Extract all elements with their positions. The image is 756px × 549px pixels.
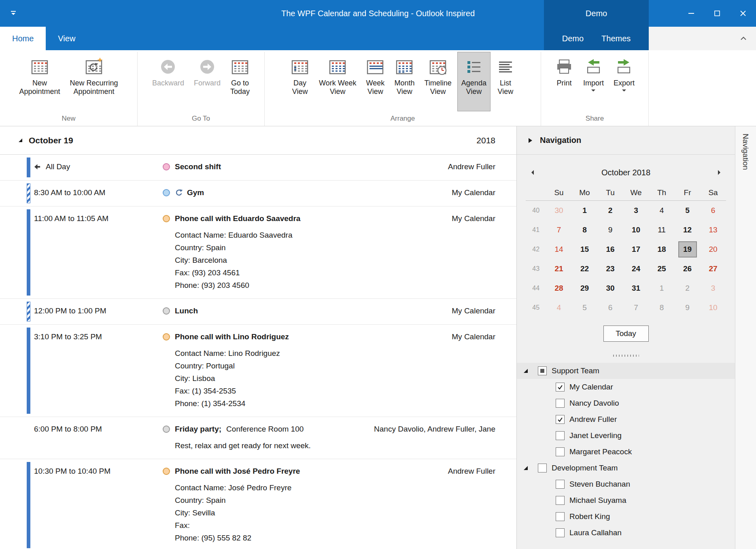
calendar-day[interactable]: 9: [597, 220, 623, 240]
calendar-day[interactable]: 7: [623, 298, 649, 317]
new-recurring-appointment-button[interactable]: New Recurring Appointment: [66, 52, 122, 111]
collapse-ribbon-icon[interactable]: [740, 36, 747, 41]
calendar-day[interactable]: 28: [546, 279, 572, 298]
work-week-view-button[interactable]: Work Week View: [315, 52, 360, 111]
checkbox-unchecked[interactable]: [556, 512, 565, 521]
calendar-day[interactable]: 29: [572, 279, 598, 298]
backward-button[interactable]: Backward: [148, 52, 188, 111]
tree-item[interactable]: Development Team: [517, 460, 735, 476]
agenda-row[interactable]: All Day Second shift Andrew Fuller: [0, 155, 516, 181]
calendar-day[interactable]: 22: [572, 259, 598, 279]
calendar-day[interactable]: 23: [597, 259, 623, 279]
agenda-row[interactable]: 8:30 AM to 10:00 AM Gym My Calendar: [0, 181, 516, 206]
calendar-day[interactable]: 6: [700, 201, 726, 220]
checkbox-checked[interactable]: [556, 383, 565, 392]
calendar-day[interactable]: 11: [649, 220, 675, 240]
week-view-button[interactable]: Week View: [362, 52, 389, 111]
print-button[interactable]: Print: [551, 52, 578, 111]
tree-item[interactable]: Margaret Peacock: [517, 444, 735, 460]
calendar-day[interactable]: 30: [546, 201, 572, 220]
calendar-day[interactable]: 14: [546, 240, 572, 259]
tree-item[interactable]: Nancy Davolio: [517, 395, 735, 411]
expander-icon[interactable]: [523, 466, 529, 470]
list-view-button[interactable]: List View: [492, 52, 519, 111]
calendar-day[interactable]: 3: [700, 279, 726, 298]
export-button[interactable]: Export: [609, 52, 639, 111]
calendar-day[interactable]: 8: [649, 298, 675, 317]
agenda-row[interactable]: 12:00 PM to 1:00 PM Lunch My Calendar: [0, 299, 516, 325]
tree-item[interactable]: Michael Suyama: [517, 492, 735, 509]
agenda-row[interactable]: 11:00 AM to 11:05 AM Phone call with Edu…: [0, 206, 516, 299]
calendar-day[interactable]: 27: [700, 259, 726, 279]
calendar-day[interactable]: 1: [649, 279, 675, 298]
calendar-day[interactable]: 10: [623, 220, 649, 240]
calendar-day[interactable]: 9: [675, 298, 701, 317]
calendar-day[interactable]: 30: [597, 279, 623, 298]
checkbox-unchecked[interactable]: [556, 399, 565, 408]
calendar-day[interactable]: 2: [597, 201, 623, 220]
agenda-row[interactable]: 3:10 PM to 3:25 PM Phone call with Lino …: [0, 325, 516, 417]
calendar-day[interactable]: 20: [700, 240, 726, 259]
calendar-day[interactable]: 15: [572, 240, 598, 259]
calendar-day[interactable]: 17: [623, 240, 649, 259]
calendar-day[interactable]: 12: [675, 220, 701, 240]
panel-splitter[interactable]: [517, 348, 735, 363]
navigation-header[interactable]: Navigation: [517, 126, 735, 155]
agenda-row[interactable]: 6:00 PM to 8:00 PM Friday party; Confere…: [0, 417, 516, 459]
tree-item[interactable]: Support Team: [517, 363, 735, 379]
checkbox-unchecked[interactable]: [556, 528, 565, 537]
tree-item[interactable]: Laura Callahan: [517, 525, 735, 541]
tab-view[interactable]: View: [46, 27, 87, 50]
previous-month-button[interactable]: [525, 165, 540, 180]
forward-button[interactable]: Forward: [190, 52, 225, 111]
calendar-day[interactable]: 25: [649, 259, 675, 279]
timeline-view-button[interactable]: Timeline View: [420, 52, 455, 111]
checkbox-unchecked[interactable]: [556, 496, 565, 505]
calendar-day[interactable]: 10: [700, 298, 726, 317]
calendar-day[interactable]: 18: [649, 240, 675, 259]
calendar-day[interactable]: 5: [572, 298, 598, 317]
checkbox-unchecked[interactable]: [556, 431, 565, 440]
navigation-side-tab[interactable]: Navigation: [741, 126, 750, 170]
calendar-day[interactable]: 6: [597, 298, 623, 317]
next-month-button[interactable]: [711, 165, 727, 180]
tab-demo[interactable]: Demo: [553, 27, 592, 50]
agenda-row[interactable]: 10:30 PM to 10:40 PM Phone call with Jos…: [0, 459, 516, 549]
calendar-day[interactable]: 7: [546, 220, 572, 240]
calendar-day[interactable]: 16: [597, 240, 623, 259]
tree-item[interactable]: Andrew Fuller: [517, 411, 735, 428]
calendar-day[interactable]: 4: [649, 201, 675, 220]
calendar-day[interactable]: 4: [546, 298, 572, 317]
tab-home[interactable]: Home: [0, 27, 46, 50]
tree-item[interactable]: Steven Buchanan: [517, 476, 735, 492]
calendar-day[interactable]: 3: [623, 201, 649, 220]
tree-item[interactable]: Janet Leverling: [517, 428, 735, 444]
expander-icon[interactable]: [523, 368, 529, 373]
calendar-day[interactable]: 2: [675, 279, 701, 298]
tree-item[interactable]: Robert King: [517, 509, 735, 525]
calendar-day[interactable]: 31: [623, 279, 649, 298]
calendar-day[interactable]: 21: [546, 259, 572, 279]
checkbox-partial[interactable]: [538, 366, 547, 375]
collapse-group-icon[interactable]: [18, 138, 23, 143]
checkbox-unchecked[interactable]: [538, 464, 547, 472]
calendar-day[interactable]: 8: [572, 220, 598, 240]
checkbox-unchecked[interactable]: [556, 447, 565, 456]
quick-access-dropdown[interactable]: [0, 0, 27, 27]
minimize-button[interactable]: [678, 0, 704, 27]
calendar-day[interactable]: 13: [700, 220, 726, 240]
import-button[interactable]: Import: [579, 52, 608, 111]
calendar-day-selected[interactable]: 19: [675, 240, 701, 259]
tab-themes[interactable]: Themes: [592, 27, 639, 50]
agenda-view-button[interactable]: Agenda View: [457, 52, 491, 111]
calendar-day[interactable]: 26: [675, 259, 701, 279]
agenda-date-header[interactable]: October 19 2018: [0, 126, 516, 155]
maximize-button[interactable]: [704, 0, 730, 27]
calendar-day[interactable]: 24: [623, 259, 649, 279]
calendar-day[interactable]: 5: [675, 201, 701, 220]
new-appointment-button[interactable]: New Appointment: [15, 52, 64, 111]
checkbox-checked[interactable]: [556, 415, 565, 424]
today-button[interactable]: Today: [603, 326, 649, 342]
tree-item[interactable]: My Calendar: [517, 379, 735, 395]
go-to-today-button[interactable]: Go to Today: [226, 52, 254, 111]
